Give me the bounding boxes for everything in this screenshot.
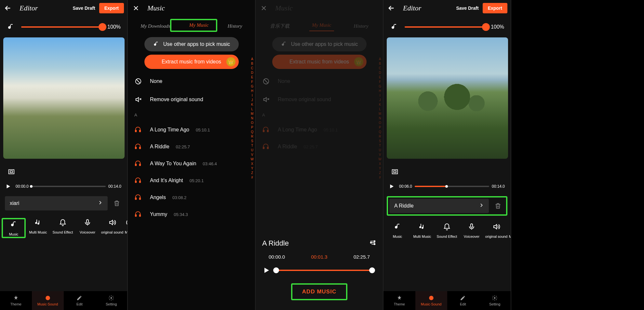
nav-music-sound[interactable]: Music·Sound	[415, 291, 447, 310]
nav-music-sound[interactable]: Music·Sound	[32, 291, 64, 310]
svg-rect-1	[10, 171, 12, 173]
sound-tab-original[interactable]: original sound	[484, 222, 509, 238]
save-draft-button[interactable]: Save Draft	[73, 6, 95, 11]
nav-setting[interactable]: Setting	[479, 291, 511, 310]
song-item[interactable]: A Long Time Ago05:10.1	[256, 121, 383, 138]
video-preview[interactable]	[3, 37, 125, 159]
sound-tab-effect[interactable]: Sound Effect	[50, 218, 75, 238]
pick-other-label: Use other apps to pick music	[163, 41, 230, 47]
settings-icon[interactable]	[369, 239, 376, 248]
nav-edit[interactable]: Edit	[64, 291, 96, 310]
music-note-icon	[5, 21, 16, 33]
song-item[interactable]: Angels03:08.2	[128, 189, 255, 206]
sound-tab-music[interactable]: Music	[2, 218, 26, 238]
svg-rect-9	[135, 147, 137, 149]
alpha-index[interactable]: ABCDEFGHIJKLMNOPQRSTUVWXYZ#	[379, 57, 382, 180]
headphones-icon	[262, 143, 270, 151]
add-music-button[interactable]: ADD MUSIC	[291, 283, 347, 300]
sound-tab-effect[interactable]: Sound Effect	[435, 222, 459, 238]
svg-rect-28	[394, 171, 396, 173]
mic-icon	[84, 218, 91, 227]
volume-slider[interactable]	[21, 26, 102, 28]
song-item[interactable]: A Way To You Again03:46.4	[128, 155, 255, 172]
back-button[interactable]	[387, 3, 396, 13]
sound-tab-overflow[interactable]: Music	[125, 218, 127, 238]
video-preview[interactable]	[387, 37, 508, 159]
volume-value: 100%	[491, 24, 504, 30]
close-button[interactable]	[259, 3, 269, 13]
speaker-icon	[108, 218, 116, 227]
song-item[interactable]: A Long Time Ago05:10.1	[128, 121, 255, 138]
export-button[interactable]: Export	[483, 3, 507, 13]
svg-rect-11	[135, 164, 137, 166]
none-option[interactable]: None	[128, 72, 255, 90]
fullscreen-icon[interactable]	[5, 165, 18, 178]
tab-downloads[interactable]: 音乐下载	[267, 22, 292, 31]
delete-button[interactable]	[111, 198, 122, 209]
play-button[interactable]	[3, 182, 13, 191]
sound-tab-voiceover[interactable]: Voiceover	[75, 218, 100, 238]
headphones-icon	[262, 126, 270, 134]
svg-rect-12	[140, 164, 141, 166]
tab-my-music[interactable]: My Music	[309, 21, 334, 31]
tab-history[interactable]: History	[225, 22, 245, 30]
headphones-icon	[134, 177, 142, 184]
timeline-slider[interactable]	[415, 186, 489, 187]
tab-downloads[interactable]: My Downloads	[138, 22, 173, 30]
sound-tab-voiceover[interactable]: Voiceover	[459, 222, 484, 238]
play-button[interactable]	[262, 265, 271, 275]
song-item[interactable]: Yummy05:34.3	[128, 206, 255, 223]
trim-slider[interactable]	[276, 270, 372, 271]
svg-rect-14	[140, 181, 141, 183]
close-button[interactable]	[131, 3, 141, 13]
export-button[interactable]: Export	[99, 3, 124, 13]
nav-setting[interactable]: Setting	[95, 291, 127, 310]
clip-chip[interactable]: xiari	[5, 196, 108, 210]
page-title: Editor	[403, 4, 456, 12]
svg-rect-7	[135, 130, 137, 132]
alpha-index[interactable]: ABCDEFGHIJKLMNOPQRSTUVWXYZ#	[251, 57, 254, 180]
pick-other-apps-button[interactable]: Use other apps to pick music	[272, 37, 367, 51]
song-item[interactable]: And It's Alright05:20.1	[128, 172, 255, 189]
svg-point-3	[127, 220, 127, 225]
song-item[interactable]: A Riddle02:25.7	[256, 138, 383, 155]
song-item[interactable]: A Riddle02:25.7	[128, 138, 255, 155]
timeline-slider[interactable]	[31, 186, 106, 187]
svg-rect-2	[87, 220, 88, 223]
svg-rect-27	[392, 170, 398, 174]
remove-original-option[interactable]: Remove original sound	[128, 90, 255, 109]
fullscreen-icon[interactable]	[388, 165, 401, 178]
sound-tab-multi[interactable]: Multi Music	[410, 222, 435, 238]
clip-chip[interactable]: A Riddle	[389, 199, 489, 213]
extract-music-button[interactable]: Extract music from videos 👑	[272, 55, 367, 69]
tab-history[interactable]: History	[351, 22, 371, 30]
save-draft-button[interactable]: Save Draft	[456, 6, 478, 11]
nav-theme[interactable]: Theme	[383, 291, 415, 310]
back-button[interactable]	[3, 3, 13, 13]
svg-rect-22	[263, 147, 264, 149]
sound-tab-music[interactable]: Music	[385, 222, 410, 238]
delete-button[interactable]	[492, 200, 503, 212]
none-option[interactable]: None	[256, 72, 383, 90]
extract-music-button[interactable]: Extract music from videos 👑	[144, 55, 239, 69]
sound-tab-multi[interactable]: Multi Music	[26, 218, 50, 238]
svg-rect-18	[140, 215, 141, 217]
mute-icon	[134, 96, 142, 103]
volume-value: 100%	[107, 24, 121, 30]
pick-other-apps-button[interactable]: Use other apps to pick music	[144, 37, 239, 51]
clip-label: xiari	[10, 200, 19, 206]
sound-tab-original[interactable]: original sound	[100, 218, 125, 238]
nav-theme[interactable]: Theme	[0, 291, 32, 310]
volume-slider[interactable]	[405, 26, 486, 28]
play-button[interactable]	[387, 182, 396, 191]
nav-edit[interactable]: Edit	[447, 291, 479, 310]
sound-tab-overflow[interactable]: Music	[509, 222, 511, 238]
section-header: A	[128, 109, 255, 121]
svg-rect-17	[135, 215, 137, 217]
svg-rect-23	[267, 147, 269, 149]
remove-original-option[interactable]: Remove original sound	[256, 90, 383, 109]
bell-icon	[59, 218, 67, 227]
headphones-icon	[134, 160, 142, 168]
svg-rect-29	[471, 224, 473, 227]
svg-rect-0	[9, 170, 14, 174]
